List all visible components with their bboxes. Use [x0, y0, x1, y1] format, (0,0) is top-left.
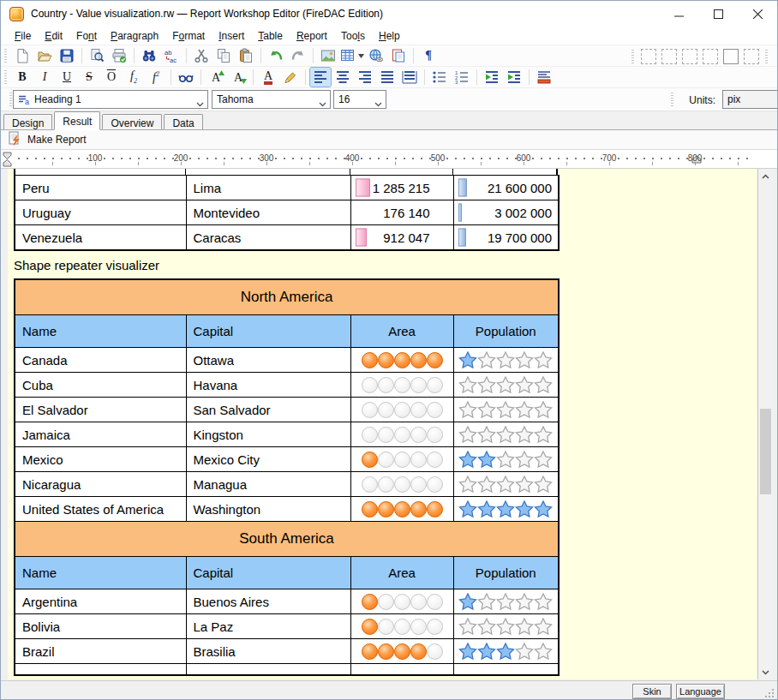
grow-font-button[interactable]: A — [206, 68, 226, 87]
area-circle-icon — [362, 352, 378, 368]
area-rating-cell — [350, 639, 453, 664]
toolbar-separator — [413, 48, 414, 63]
area-circle-icon — [427, 452, 443, 468]
country-cell: Bolivia — [15, 614, 186, 639]
overline-button[interactable]: O — [101, 68, 122, 87]
strikethrough-button[interactable]: S — [79, 68, 99, 87]
italic-button[interactable]: I — [34, 68, 55, 87]
tab-data[interactable]: Data — [164, 114, 202, 129]
menu-format[interactable]: Format — [165, 28, 212, 44]
area-circle-icon — [427, 377, 443, 393]
menu-font[interactable]: Font — [69, 28, 104, 44]
border-vertical-button[interactable] — [703, 49, 718, 64]
font-size-combo[interactable]: 16 — [333, 90, 386, 109]
border-inner-button[interactable] — [661, 49, 677, 64]
copy-button[interactable] — [213, 46, 234, 65]
tab-overview[interactable]: Overview — [102, 114, 162, 129]
replace-button[interactable]: abac — [161, 46, 182, 65]
undo-button[interactable] — [266, 46, 286, 65]
scroll-down-button[interactable] — [758, 665, 773, 679]
menu-report[interactable]: Report — [290, 28, 334, 44]
area-circle-icon — [362, 594, 378, 610]
scroll-up-button[interactable] — [758, 169, 773, 183]
resize-grip[interactable] — [765, 689, 775, 698]
menu-file[interactable]: File — [8, 28, 38, 44]
new-document-button[interactable] — [12, 46, 33, 65]
tab-result[interactable]: Result — [54, 111, 100, 130]
ruler-tick — [395, 158, 397, 159]
print-preview-button[interactable] — [87, 46, 107, 65]
cut-button[interactable] — [191, 46, 212, 65]
country-cell: Cuba — [15, 373, 186, 398]
column-header: Population — [453, 315, 559, 348]
make-report-button[interactable]: Make Report — [27, 134, 87, 146]
toolbar-grip — [4, 70, 7, 84]
indent-marker-left[interactable] — [3, 152, 13, 167]
toolbar-grip — [671, 93, 673, 106]
menu-table[interactable]: Table — [251, 28, 290, 44]
underline-button[interactable]: U — [57, 68, 77, 87]
area-circle-icon — [394, 402, 410, 418]
align-left-button[interactable] — [310, 68, 331, 87]
align-center-button[interactable] — [332, 68, 353, 87]
close-button[interactable] — [738, 1, 777, 27]
save-button[interactable] — [57, 46, 77, 65]
menu-paragraph[interactable]: Paragraph — [104, 28, 165, 44]
skin-button[interactable]: Skin — [632, 684, 672, 699]
ruler-tick — [618, 158, 619, 159]
paragraph-style-combo[interactable]: a Heading 1 — [13, 90, 208, 109]
country-cell: Venezuela — [15, 225, 186, 251]
area-circle-icon — [427, 476, 443, 493]
insert-hyperlink-button[interactable] — [366, 46, 386, 65]
decrease-indent-button[interactable] — [482, 68, 502, 87]
language-button[interactable]: Language — [676, 684, 725, 699]
units-combo[interactable]: pix — [722, 90, 778, 109]
ruler-tick — [69, 158, 71, 159]
ruler-tick — [147, 158, 148, 159]
scrollbar-thumb[interactable] — [760, 409, 771, 494]
border-horizontal-button[interactable] — [682, 49, 697, 64]
border-box-button[interactable] — [723, 49, 739, 64]
insert-frame-button[interactable] — [388, 46, 409, 65]
population-star-icon — [458, 376, 477, 394]
table-dropdown-icon[interactable] — [358, 54, 364, 58]
justify-button[interactable] — [377, 68, 398, 87]
border-outer-button[interactable] — [641, 49, 656, 64]
align-right-button[interactable] — [355, 68, 375, 87]
bold-button[interactable]: B — [12, 68, 33, 87]
highlight-button[interactable] — [280, 68, 301, 87]
numbered-list-button[interactable]: 123 — [452, 68, 472, 87]
menu-insert[interactable]: Insert — [212, 28, 251, 44]
increase-indent-button[interactable] — [504, 68, 524, 87]
border-none-button[interactable] — [744, 49, 759, 64]
shrink-font-button[interactable]: A — [228, 68, 248, 87]
open-folder-button[interactable] — [34, 46, 55, 65]
ruler-tick — [412, 158, 414, 159]
font-family-combo[interactable]: Tahoma — [212, 90, 331, 109]
maximize-button[interactable] — [698, 1, 738, 27]
subscript-button[interactable]: f2 — [123, 68, 144, 87]
paste-button[interactable] — [236, 46, 256, 65]
bullet-list-button[interactable] — [429, 68, 450, 87]
tab-design[interactable]: Design — [3, 114, 52, 129]
hidden-text-button[interactable] — [176, 68, 196, 87]
menu-help[interactable]: Help — [372, 28, 407, 44]
insert-image-button[interactable] — [318, 46, 338, 65]
population-star-icon — [458, 593, 477, 611]
toolbar-separator — [134, 48, 135, 63]
area-circle-icon — [378, 427, 394, 443]
redo-button[interactable] — [288, 46, 308, 65]
title-bar: Country - Value visualization.rw — Repor… — [1, 1, 777, 27]
minimize-button[interactable] — [659, 1, 698, 27]
paragraph-color-button[interactable] — [534, 68, 554, 87]
menu-tools[interactable]: Tools — [334, 28, 372, 44]
print-button[interactable] — [109, 46, 129, 65]
menu-edit[interactable]: Edit — [38, 28, 69, 44]
find-button[interactable] — [139, 46, 159, 65]
font-color-button[interactable]: A — [258, 68, 278, 87]
insert-table-button[interactable] — [340, 46, 364, 65]
report-preview-canvas[interactable]: PeruLima1 285 21521 600 000UruguayMontev… — [8, 169, 758, 679]
formatting-marks-button[interactable]: ¶ — [418, 46, 439, 65]
superscript-button[interactable]: f2 — [146, 68, 166, 87]
fit-width-button[interactable] — [399, 68, 420, 87]
